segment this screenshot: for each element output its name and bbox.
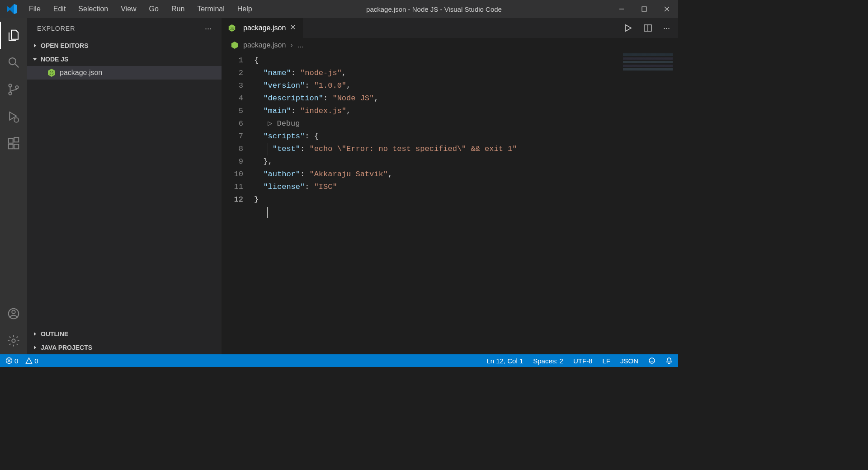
svg-point-12 — [12, 339, 15, 343]
split-editor-icon[interactable] — [643, 24, 652, 33]
search-icon — [7, 56, 20, 69]
tab-close-button[interactable] — [289, 24, 297, 33]
svg-point-3 — [9, 92, 11, 95]
svg-text:JS: JS — [230, 27, 234, 31]
window-controls — [610, 0, 678, 18]
status-warnings[interactable]: 0 — [25, 357, 38, 365]
feedback-icon — [648, 357, 656, 364]
svg-rect-0 — [642, 7, 646, 11]
text-cursor — [267, 207, 268, 218]
breadcrumbs[interactable]: package.json › ... — [222, 38, 678, 52]
menu-file[interactable]: File — [24, 2, 46, 16]
section-java-projects[interactable]: JAVA PROJECTS — [27, 341, 222, 354]
npm-json-icon — [231, 41, 239, 49]
play-bug-icon — [7, 110, 20, 123]
vscode-logo-icon — [6, 4, 17, 14]
maximize-button[interactable] — [633, 0, 656, 18]
window-title: package.json - Node JS - Visual Studio C… — [366, 5, 502, 13]
svg-rect-9 — [14, 137, 19, 142]
svg-rect-8 — [14, 144, 19, 149]
editor-more-button[interactable]: ··· — [663, 24, 670, 33]
activity-search[interactable] — [0, 49, 27, 76]
activity-source-control[interactable] — [0, 76, 27, 103]
menu-edit[interactable]: Edit — [48, 2, 71, 16]
section-outline[interactable]: OUTLINE — [27, 327, 222, 341]
breadcrumb-file[interactable]: package.json — [243, 41, 286, 49]
chevron-right-icon — [32, 42, 39, 49]
section-outline-label: OUTLINE — [41, 330, 68, 338]
status-language[interactable]: JSON — [620, 357, 638, 365]
svg-point-2 — [9, 84, 11, 87]
npm-json-icon: JS — [228, 24, 236, 32]
gear-icon — [7, 334, 20, 348]
section-project[interactable]: NODE JS — [27, 52, 222, 66]
debug-codelens[interactable]: ▷ Debug — [254, 118, 678, 130]
status-notifications[interactable] — [665, 357, 673, 364]
warning-icon — [25, 357, 33, 364]
menu-run[interactable]: Run — [166, 2, 190, 16]
chevron-right-icon — [32, 344, 39, 351]
svg-point-11 — [12, 310, 15, 314]
breadcrumb-ellipsis[interactable]: ... — [297, 41, 303, 49]
status-eol[interactable]: LF — [602, 357, 610, 365]
tab-package-json[interactable]: JS package.json — [222, 18, 303, 38]
activity-extensions[interactable] — [0, 130, 27, 157]
svg-text:JS: JS — [49, 71, 54, 75]
section-java-projects-label: JAVA PROJECTS — [41, 344, 92, 351]
status-ln-col[interactable]: Ln 12, Col 1 — [486, 357, 523, 365]
run-icon[interactable] — [623, 24, 632, 33]
editor-tabs: JS package.json ··· — [222, 18, 678, 38]
menu-go[interactable]: Go — [144, 2, 164, 16]
activity-settings[interactable] — [0, 327, 27, 354]
svg-rect-7 — [9, 144, 13, 149]
extensions-icon — [7, 137, 20, 150]
sidebar-title: EXPLORER — [37, 25, 75, 32]
svg-rect-6 — [9, 139, 13, 143]
error-icon — [5, 357, 13, 364]
file-tree-item-label: package.json — [60, 69, 102, 77]
svg-point-5 — [14, 118, 19, 122]
sidebar: EXPLORER ··· OPEN EDITORS NODE JS JS pac… — [27, 18, 222, 354]
sidebar-more-button[interactable]: ··· — [205, 24, 212, 33]
editor-actions: ··· — [623, 24, 678, 33]
statusbar: 0 0 Ln 12, Col 1 Spaces: 2 UTF-8 LF JSON — [0, 354, 678, 367]
activitybar — [0, 18, 27, 354]
menu-selection[interactable]: Selection — [73, 2, 113, 16]
files-icon — [7, 28, 20, 42]
menubar: File Edit Selection View Go Run Terminal… — [24, 2, 258, 16]
status-encoding[interactable]: UTF-8 — [573, 357, 593, 365]
npm-json-icon: JS — [47, 68, 56, 77]
editor-area: JS package.json ··· package.json › ... — [222, 18, 678, 354]
activity-explorer[interactable] — [0, 22, 27, 49]
file-tree-item-package-json[interactable]: JS package.json — [27, 66, 222, 80]
section-open-editors-label: OPEN EDITORS — [41, 42, 89, 49]
menu-help[interactable]: Help — [232, 2, 258, 16]
status-feedback[interactable] — [648, 357, 656, 364]
section-open-editors[interactable]: OPEN EDITORS — [27, 39, 222, 52]
close-button[interactable] — [656, 0, 678, 18]
chevron-right-icon — [32, 331, 39, 337]
svg-point-17 — [649, 358, 655, 363]
svg-point-1 — [9, 58, 16, 65]
line-number-gutter: 1 2 3 4 5 6 7 8 9 10 11 12 — [222, 52, 254, 354]
minimize-button[interactable] — [610, 0, 633, 18]
account-icon — [7, 307, 20, 320]
code-editor[interactable]: 1 2 3 4 5 6 7 8 9 10 11 12 { "name": "no… — [222, 52, 678, 354]
menu-terminal[interactable]: Terminal — [192, 2, 230, 16]
titlebar: File Edit Selection View Go Run Terminal… — [0, 0, 678, 18]
bell-icon — [665, 357, 673, 364]
activity-accounts[interactable] — [0, 300, 27, 327]
menu-view[interactable]: View — [115, 2, 142, 16]
status-errors[interactable]: 0 — [5, 357, 18, 365]
code-content[interactable]: { "name": "node-js", "version": "1.0.0",… — [254, 52, 678, 354]
status-indentation[interactable]: Spaces: 2 — [533, 357, 563, 365]
tab-label: package.json — [243, 24, 286, 32]
branch-icon — [7, 83, 20, 96]
activity-run-debug[interactable] — [0, 103, 27, 130]
svg-point-4 — [15, 86, 18, 89]
chevron-right-icon: › — [290, 41, 292, 49]
section-project-label: NODE JS — [41, 56, 68, 63]
chevron-down-icon — [32, 56, 39, 62]
minimap[interactable] — [623, 53, 673, 74]
